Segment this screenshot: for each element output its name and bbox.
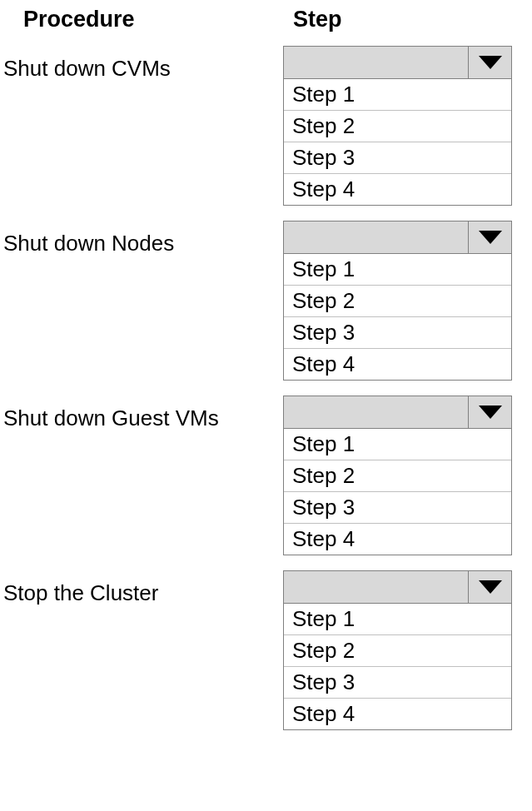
dropdown-option[interactable]: Step 4: [284, 349, 511, 380]
chevron-down-icon: [479, 580, 502, 594]
dropdown-arrow-wrap: [468, 396, 511, 428]
column-header-step: Step: [283, 0, 532, 46]
procedure-label: Shut down CVMs: [0, 46, 283, 221]
dropdown-button[interactable]: [283, 396, 512, 429]
dropdown-option[interactable]: Step 1: [284, 254, 511, 286]
dropdown-button[interactable]: [283, 570, 512, 604]
dropdown-option[interactable]: Step 3: [284, 142, 511, 174]
dropdown-option[interactable]: Step 1: [284, 79, 511, 111]
dropdown-option[interactable]: Step 4: [284, 524, 511, 555]
dropdown-option[interactable]: Step 4: [284, 699, 511, 729]
step-dropdown: Step 1 Step 2 Step 3 Step 4: [283, 570, 512, 730]
dropdown-option[interactable]: Step 2: [284, 111, 511, 142]
column-header-procedure: Procedure: [0, 0, 283, 46]
dropdown-option[interactable]: Step 1: [284, 429, 511, 460]
step-cell: Step 1 Step 2 Step 3 Step 4: [283, 570, 532, 745]
procedure-label: Shut down Guest VMs: [0, 396, 283, 570]
dropdown-option[interactable]: Step 4: [284, 174, 511, 205]
dropdown-option[interactable]: Step 3: [284, 667, 511, 699]
chevron-down-icon: [479, 231, 502, 244]
dropdown-option[interactable]: Step 2: [284, 460, 511, 492]
dropdown-arrow-wrap: [468, 221, 511, 253]
dropdown-button[interactable]: [283, 46, 512, 79]
dropdown-arrow-wrap: [468, 571, 511, 603]
procedure-step-table: Procedure Step Shut down CVMs Step 1 Ste…: [0, 0, 532, 745]
dropdown-option[interactable]: Step 2: [284, 286, 511, 317]
dropdown-option[interactable]: Step 3: [284, 317, 511, 349]
procedure-label: Shut down Nodes: [0, 221, 283, 396]
dropdown-arrow-wrap: [468, 47, 511, 78]
dropdown-option[interactable]: Step 2: [284, 635, 511, 667]
step-cell: Step 1 Step 2 Step 3 Step 4: [283, 396, 532, 570]
dropdown-button[interactable]: [283, 221, 512, 254]
dropdown-list: Step 1 Step 2 Step 3 Step 4: [283, 254, 512, 381]
step-dropdown: Step 1 Step 2 Step 3 Step 4: [283, 46, 512, 206]
dropdown-list: Step 1 Step 2 Step 3 Step 4: [283, 79, 512, 206]
dropdown-list: Step 1 Step 2 Step 3 Step 4: [283, 429, 512, 555]
step-dropdown: Step 1 Step 2 Step 3 Step 4: [283, 396, 512, 555]
step-cell: Step 1 Step 2 Step 3 Step 4: [283, 46, 532, 221]
chevron-down-icon: [479, 56, 502, 69]
dropdown-option[interactable]: Step 1: [284, 604, 511, 635]
dropdown-option[interactable]: Step 3: [284, 492, 511, 524]
step-cell: Step 1 Step 2 Step 3 Step 4: [283, 221, 532, 396]
dropdown-list: Step 1 Step 2 Step 3 Step 4: [283, 604, 512, 730]
chevron-down-icon: [479, 406, 502, 419]
procedure-label: Stop the Cluster: [0, 570, 283, 745]
step-dropdown: Step 1 Step 2 Step 3 Step 4: [283, 221, 512, 381]
